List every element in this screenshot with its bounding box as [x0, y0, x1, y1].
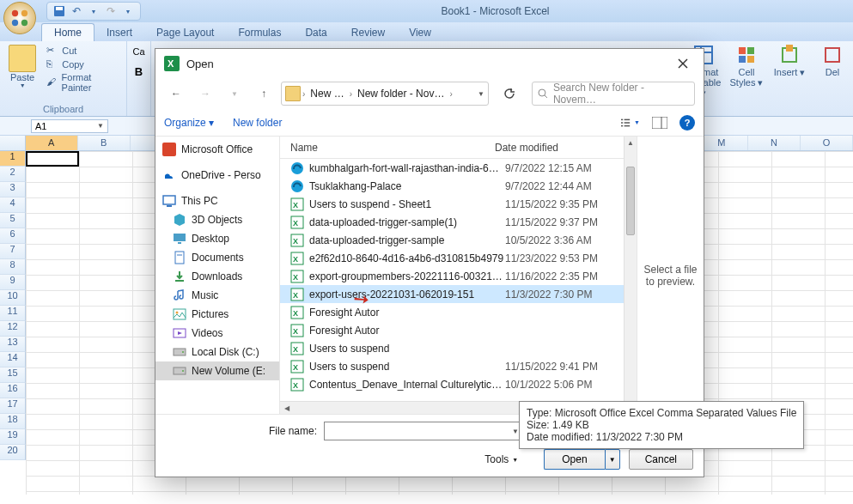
tools-button[interactable]: Tools▼: [484, 453, 518, 465]
file-row[interactable]: Xexport-users-20221031-062019-15111/3/20…: [280, 285, 624, 303]
file-row[interactable]: XContentus_Denave_Internal Culturelytics…: [280, 375, 624, 393]
tab-formulas[interactable]: Formulas: [226, 24, 293, 41]
nav-item[interactable]: New Volume (E:: [155, 361, 279, 380]
back-button[interactable]: ←: [164, 82, 188, 106]
nav-item[interactable]: Downloads: [155, 267, 279, 286]
forward-button[interactable]: →: [193, 82, 217, 106]
header-date[interactable]: Date modified: [495, 142, 606, 154]
row-header[interactable]: 17: [0, 398, 26, 414]
row-header[interactable]: 19: [0, 429, 26, 445]
open-drop[interactable]: ▼: [605, 449, 620, 470]
nav-item[interactable]: Pictures: [155, 305, 279, 324]
row-header[interactable]: 20: [0, 445, 26, 460]
redo-icon[interactable]: ↷: [104, 4, 118, 18]
file-row[interactable]: XUsers to suspend: [280, 339, 624, 357]
row-header[interactable]: 11: [0, 306, 26, 321]
chevron-down-icon[interactable]: ▼: [478, 90, 484, 98]
undo-drop-icon[interactable]: ▼: [87, 4, 101, 18]
nav-item[interactable]: Music: [155, 286, 279, 305]
office-button[interactable]: [3, 2, 36, 34]
save-icon[interactable]: [52, 4, 66, 18]
open-button[interactable]: Open ▼: [544, 449, 619, 470]
col-header[interactable]: O: [801, 136, 853, 150]
search-input[interactable]: Search New folder - Novem…: [532, 82, 695, 106]
row-header[interactable]: 2: [0, 167, 26, 182]
bold-button[interactable]: B: [135, 65, 143, 78]
select-all-corner[interactable]: [0, 136, 26, 150]
tab-page-layout[interactable]: Page Layout: [144, 24, 226, 41]
cancel-button[interactable]: Cancel: [629, 449, 693, 470]
row-header[interactable]: 9: [0, 275, 26, 290]
filename-input[interactable]: ▼: [324, 422, 523, 440]
file-row[interactable]: XForesight Autor: [280, 303, 624, 321]
file-row[interactable]: Xexport-groupmembers-20221116-003219…11/…: [280, 267, 624, 285]
file-row[interactable]: Xdata-uploaded-trigger-sample(1)11/15/20…: [280, 213, 624, 231]
scrollbar-vertical[interactable]: ▲ ▼: [624, 137, 637, 414]
file-row[interactable]: Xe2f62d10-8640-4d16-a4b6-d310815b497911/…: [280, 249, 624, 267]
col-header[interactable]: B: [78, 136, 131, 150]
copy-button[interactable]: ⎘Copy: [46, 58, 121, 70]
header-name[interactable]: Name: [280, 142, 495, 154]
dialog-title: Open: [186, 58, 671, 70]
nav-item[interactable]: Documents: [155, 248, 279, 267]
file-row[interactable]: Xdata-uploaded-trigger-sample10/5/2022 3…: [280, 231, 624, 249]
close-button[interactable]: [671, 52, 695, 76]
undo-icon[interactable]: ↶: [70, 4, 83, 18]
list-icon: [621, 117, 632, 129]
cell-styles-button[interactable]: Cell Styles ▾: [726, 41, 767, 116]
paste-button[interactable]: Paste ▼: [5, 45, 40, 93]
row-header[interactable]: 4: [0, 197, 26, 213]
row-header[interactable]: 1: [0, 151, 26, 167]
row-header[interactable]: 10: [0, 290, 26, 306]
row-header[interactable]: 18: [0, 414, 26, 429]
cut-button[interactable]: ✂Cut: [46, 45, 121, 57]
format-painter-button[interactable]: 🖌Format Painter: [46, 72, 121, 93]
row-header[interactable]: 12: [0, 321, 26, 337]
scrollbar-thumb[interactable]: [626, 167, 635, 235]
up-button[interactable]: ↑: [252, 82, 276, 106]
view-mode-button[interactable]: ▼: [621, 113, 640, 132]
row-header[interactable]: 13: [0, 337, 26, 352]
file-row[interactable]: XForesight Autor: [280, 321, 624, 339]
file-row[interactable]: Tsuklakhang-Palace9/7/2022 12:44 AM: [280, 177, 624, 195]
nav-item[interactable]: Desktop: [155, 229, 279, 248]
new-folder-button[interactable]: New folder: [233, 117, 282, 129]
file-row[interactable]: kumbhalgarh-fort-wall-rajasthan-india-6……: [280, 159, 624, 177]
row-header[interactable]: 15: [0, 367, 26, 383]
row-header[interactable]: 8: [0, 259, 26, 275]
col-header[interactable]: N: [748, 136, 801, 150]
refresh-button[interactable]: [497, 82, 521, 106]
nav-item[interactable]: OneDrive - Perso: [155, 166, 279, 185]
insert-button[interactable]: Insert ▾: [769, 41, 810, 116]
active-cell[interactable]: [26, 151, 79, 167]
recent-drop[interactable]: ▼: [222, 82, 247, 106]
row-header[interactable]: 5: [0, 213, 26, 228]
group-clipboard: Paste ▼ ✂Cut ⎘Copy 🖌Format Painter Clipb…: [0, 41, 127, 116]
preview-pane-button[interactable]: [650, 113, 669, 132]
organize-button[interactable]: Organize ▾: [164, 117, 214, 129]
row-header[interactable]: 16: [0, 383, 26, 398]
tab-view[interactable]: View: [397, 24, 443, 41]
row-header[interactable]: 14: [0, 352, 26, 367]
tab-home[interactable]: Home: [41, 23, 94, 41]
file-row[interactable]: XUsers to suspend11/15/2022 9:41 PM: [280, 357, 624, 375]
help-button[interactable]: ?: [679, 115, 695, 131]
row-header[interactable]: 6: [0, 228, 26, 244]
nav-item[interactable]: Local Disk (C:): [155, 343, 279, 361]
qat-drop-icon[interactable]: ▼: [121, 4, 135, 18]
file-row[interactable]: XUsers to suspend - Sheet111/15/2022 9:3…: [280, 195, 624, 213]
nav-item[interactable]: Microsoft Office: [155, 140, 279, 159]
breadcrumb[interactable]: › New … › New folder - Nov… › ▼: [281, 82, 489, 106]
name-box[interactable]: A1 ▼: [31, 119, 108, 133]
col-header[interactable]: A: [26, 136, 78, 150]
tab-insert[interactable]: Insert: [94, 24, 144, 41]
nav-item[interactable]: This PC: [155, 191, 279, 210]
row-header[interactable]: 3: [0, 182, 26, 197]
nav-item[interactable]: 3D Objects: [155, 210, 279, 229]
tab-review[interactable]: Review: [339, 24, 397, 41]
svg-rect-12: [747, 56, 754, 63]
delete-button[interactable]: Del: [812, 41, 853, 116]
tab-data[interactable]: Data: [293, 24, 338, 41]
row-header[interactable]: 7: [0, 244, 26, 259]
nav-item[interactable]: Videos: [155, 324, 279, 343]
